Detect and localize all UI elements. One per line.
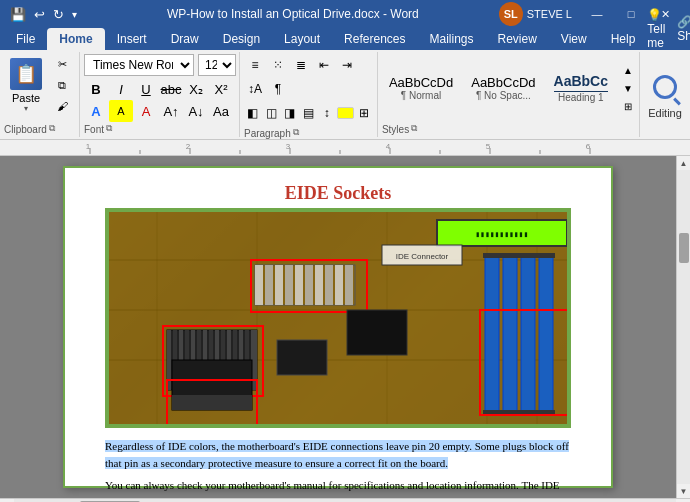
svg-rect-39 <box>345 265 353 305</box>
sort-button[interactable]: ↕A <box>244 78 266 100</box>
paragraph-launcher[interactable]: ⧉ <box>293 127 299 138</box>
clipboard-label-row: Clipboard ⧉ <box>4 122 75 135</box>
multilevel-button[interactable]: ≣ <box>290 54 312 76</box>
paste-dropdown[interactable]: ▾ <box>24 104 28 113</box>
shrink-font-button[interactable]: A↓ <box>184 100 208 122</box>
show-marks-button[interactable]: ¶ <box>267 78 289 100</box>
scroll-up-button[interactable]: ▲ <box>677 156 691 170</box>
clipboard-group: 📋 Paste ▾ ✂ ⧉ 🖌 Clipboard ⧉ <box>0 52 80 137</box>
user-avatar[interactable]: SL <box>499 2 523 26</box>
styles-scroll-down[interactable]: ▼ <box>621 80 635 96</box>
undo-icon[interactable]: ↩ <box>32 5 47 24</box>
window-title: WP-How to Install an Optical Drive.docx … <box>87 7 499 21</box>
tab-mailings[interactable]: Mailings <box>417 28 485 50</box>
tab-layout[interactable]: Layout <box>272 28 332 50</box>
tab-design[interactable]: Design <box>211 28 272 50</box>
svg-rect-67 <box>501 253 519 258</box>
line-spacing-button[interactable]: ↕ <box>318 102 336 124</box>
align-left-button[interactable]: ◧ <box>244 102 262 124</box>
tab-file[interactable]: File <box>4 28 47 50</box>
cut-button[interactable]: ✂ <box>50 54 74 74</box>
clipboard-launcher[interactable]: ⧉ <box>49 123 55 134</box>
text-effects-button[interactable]: A <box>84 100 108 122</box>
redo-icon[interactable]: ↻ <box>51 5 66 24</box>
document-area: EIDE Sockets <box>0 156 676 498</box>
font-format-row: B I U abc X₂ X² <box>84 78 235 100</box>
font-family-select[interactable]: Times New Roman <box>84 54 194 76</box>
styles-scroll-up[interactable]: ▲ <box>621 62 635 78</box>
svg-text:3: 3 <box>286 142 291 151</box>
main-layout: EIDE Sockets <box>0 156 690 498</box>
h-scroll-left-button[interactable]: ◀ <box>0 499 14 503</box>
superscript-button[interactable]: X² <box>209 78 233 100</box>
save-icon[interactable]: 💾 <box>8 5 28 24</box>
style-normal[interactable]: AaBbCcDd ¶ Normal <box>382 72 460 105</box>
share-tab[interactable]: 🔗 Share <box>677 15 690 43</box>
svg-text:6: 6 <box>586 142 591 151</box>
font-group: Times New Roman 12 B I U abc X₂ X² A A A… <box>80 52 240 137</box>
minimize-button[interactable]: — <box>580 0 614 28</box>
tab-insert[interactable]: Insert <box>105 28 159 50</box>
svg-rect-32 <box>275 265 283 305</box>
justify-button[interactable]: ▤ <box>300 102 318 124</box>
styles-launcher[interactable]: ⧉ <box>411 123 417 134</box>
copy-button[interactable]: ⧉ <box>50 75 74 95</box>
bold-button[interactable]: B <box>84 78 108 100</box>
underline-button[interactable]: U <box>134 78 158 100</box>
clipboard-small-buttons: ✂ ⧉ 🖌 <box>50 54 74 116</box>
font-color-button[interactable]: A <box>134 100 158 122</box>
bullets-button[interactable]: ≡ <box>244 54 266 76</box>
numbering-button[interactable]: ⁙ <box>267 54 289 76</box>
styles-more[interactable]: ⊞ <box>621 98 635 114</box>
scroll-thumb[interactable] <box>679 233 689 263</box>
styles-label-row: Styles ⧉ <box>382 122 635 135</box>
highlighted-text: Regardless of IDE colors, the motherboar… <box>105 440 569 469</box>
font-label-row: Font ⧉ <box>84 122 235 135</box>
title-bar: 💾 ↩ ↻ ▾ WP-How to Install an Optical Dri… <box>0 0 690 28</box>
tell-me-tab[interactable]: 💡 Tell me <box>647 8 665 50</box>
grow-font-button[interactable]: A↑ <box>159 100 183 122</box>
paste-button[interactable]: 📋 Paste ▾ <box>4 54 48 117</box>
ruler: 1 2 3 4 5 6 <box>0 140 690 156</box>
font-size-select[interactable]: 12 <box>198 54 236 76</box>
strikethrough-button[interactable]: abc <box>159 78 183 100</box>
ribbon: 📋 Paste ▾ ✂ ⧉ 🖌 Clipboard ⧉ Times New Ro… <box>0 50 690 140</box>
tab-home[interactable]: Home <box>47 28 104 50</box>
align-right-button[interactable]: ◨ <box>281 102 299 124</box>
quick-access-toolbar: 💾 ↩ ↻ ▾ <box>8 5 79 24</box>
style-nospace[interactable]: AaBbCcDd ¶ No Spac... <box>464 72 542 105</box>
tab-help[interactable]: Help <box>599 28 648 50</box>
tab-draw[interactable]: Draw <box>159 28 211 50</box>
tab-references[interactable]: References <box>332 28 417 50</box>
svg-rect-34 <box>295 265 303 305</box>
h-scroll-track <box>14 499 676 503</box>
tab-review[interactable]: Review <box>486 28 549 50</box>
paste-icon: 📋 <box>10 58 42 90</box>
paragraph-label-row: Paragraph ⧉ <box>244 126 373 139</box>
styles-scroll-controls: ▲ ▼ ⊞ <box>619 62 635 114</box>
align-center-button[interactable]: ◫ <box>263 102 281 124</box>
font-name-row: Times New Roman 12 <box>84 54 235 76</box>
h-scroll-right-button[interactable]: ▶ <box>676 499 690 503</box>
maximize-button[interactable]: □ <box>614 0 648 28</box>
highlight-button[interactable]: A <box>109 100 133 122</box>
font-launcher[interactable]: ⧉ <box>106 123 112 134</box>
username: STEVE L <box>527 8 572 20</box>
decrease-indent-button[interactable]: ⇤ <box>313 54 335 76</box>
format-painter-button[interactable]: 🖌 <box>50 96 74 116</box>
styles-group-label: Styles <box>382 124 409 135</box>
italic-button[interactable]: I <box>109 78 133 100</box>
border-button[interactable]: ⊞ <box>355 102 373 124</box>
customize-icon[interactable]: ▾ <box>70 7 79 22</box>
clear-format-button[interactable]: Aa <box>209 100 233 122</box>
svg-rect-35 <box>305 265 313 305</box>
subscript-button[interactable]: X₂ <box>184 78 208 100</box>
scroll-down-button[interactable]: ▼ <box>677 484 691 498</box>
increase-indent-button[interactable]: ⇥ <box>336 54 358 76</box>
style-heading1[interactable]: AaBbCc Heading 1 <box>547 70 615 106</box>
magnifier-icon <box>653 75 677 99</box>
svg-text:▮▮▮▮▮▮▮▮▮▮▮: ▮▮▮▮▮▮▮▮▮▮▮ <box>476 230 529 239</box>
style-normal-preview: AaBbCcDd <box>389 75 453 91</box>
tab-view[interactable]: View <box>549 28 599 50</box>
shading-button[interactable] <box>337 107 355 119</box>
